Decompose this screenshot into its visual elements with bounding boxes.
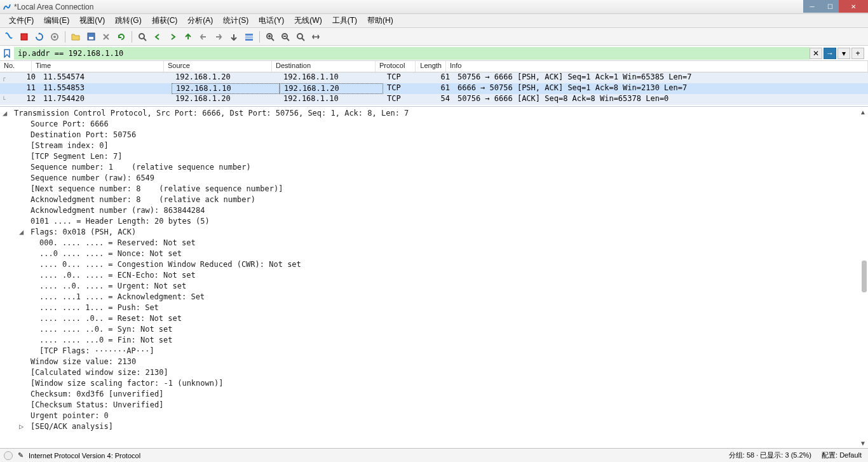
detail-flag-line[interactable]: .... 0... .... = Congestion Window Reduc… xyxy=(3,259,865,270)
column-source[interactable]: Source xyxy=(164,61,272,72)
menu-telephony[interactable]: 电话(Y) xyxy=(254,14,289,27)
detail-line[interactable]: Urgent pointer: 0 xyxy=(3,411,865,421)
detail-line[interactable]: Window size value: 2130 xyxy=(3,357,865,367)
detail-line[interactable]: Sequence number (raw): 6549 xyxy=(3,173,865,184)
menu-wireless[interactable]: 无线(W) xyxy=(289,14,327,27)
detail-line[interactable]: [TCP Segment Len: 7] xyxy=(3,151,865,162)
detail-line[interactable]: Sequence number: 1 (relative sequence nu… xyxy=(3,162,865,173)
save-file-icon[interactable] xyxy=(85,31,97,43)
column-destination[interactable]: Destination xyxy=(272,61,376,72)
close-file-icon[interactable] xyxy=(100,31,112,43)
detail-flag-line[interactable]: .... .... ..0. = Syn: Not set xyxy=(3,324,865,335)
cell-source: 192.168.1.20 xyxy=(172,72,280,83)
detail-line[interactable]: [Window size scaling factor: -1 (unknown… xyxy=(3,378,865,389)
colorize-icon[interactable] xyxy=(243,31,255,43)
cell-no: 10 xyxy=(8,72,39,83)
column-length[interactable]: Length xyxy=(416,61,446,72)
detail-line[interactable]: 0101 .... = Header Length: 20 bytes (5) xyxy=(3,216,865,227)
minimize-button[interactable]: ─ xyxy=(803,0,821,13)
detail-flag-line[interactable]: .... .... .0.. = Reset: Not set xyxy=(3,313,865,324)
maximize-button[interactable]: ☐ xyxy=(821,0,839,13)
stop-capture-icon[interactable] xyxy=(18,31,31,43)
scroll-down-icon[interactable]: ▼ xyxy=(859,439,867,447)
packet-row[interactable]: └ 12 11.754420 192.168.1.20 192.168.1.10… xyxy=(0,94,868,105)
menu-help[interactable]: 帮助(H) xyxy=(362,14,398,27)
detail-flag-line[interactable]: ...0 .... .... = Nonce: Not set xyxy=(3,248,865,259)
detail-line[interactable]: Source Port: 6666 xyxy=(3,119,865,130)
detail-tcp-header[interactable]: Transmission Control Protocol, Src Port:… xyxy=(3,108,865,119)
bookmark-icon[interactable] xyxy=(1,48,13,59)
go-forward-icon[interactable] xyxy=(166,31,179,43)
status-left-text: Internet Protocol Version 4: Protocol xyxy=(29,452,140,459)
zoom-out-icon[interactable] xyxy=(279,31,292,43)
packet-row[interactable]: ┌ 10 11.554574 192.168.1.20 192.168.1.10… xyxy=(0,72,868,83)
resize-columns-icon[interactable] xyxy=(309,31,322,43)
auto-scroll-icon[interactable] xyxy=(227,31,240,43)
zoom-in-icon[interactable] xyxy=(264,31,276,43)
detail-flag-line[interactable]: .... .... ...0 = Fin: Not set xyxy=(3,335,865,346)
column-no[interactable]: No. xyxy=(0,61,32,72)
detail-flag-line[interactable]: .... ...1 .... = Acknowledgment: Set xyxy=(3,292,865,302)
menu-view[interactable]: 视图(V) xyxy=(74,14,110,27)
restart-capture-icon[interactable] xyxy=(33,31,46,43)
detail-flag-line[interactable]: [TCP Flags: ·······AP···] xyxy=(3,346,865,357)
scrollbar-handle[interactable] xyxy=(862,261,867,292)
cell-destination: 192.168.1.10 xyxy=(280,94,383,105)
menu-tools[interactable]: 工具(T) xyxy=(327,14,362,27)
detail-flag-line[interactable]: .... .0.. .... = ECN-Echo: Not set xyxy=(3,270,865,281)
expert-info-icon[interactable] xyxy=(4,451,13,460)
menu-file[interactable]: 文件(F) xyxy=(4,14,39,27)
detail-flags[interactable]: Flags: 0x018 (PSH, ACK) xyxy=(3,227,865,238)
recent-filters-icon[interactable]: ▾ xyxy=(837,48,850,59)
detail-seqack[interactable]: [SEQ/ACK analysis] xyxy=(3,421,865,432)
display-filter-input[interactable] xyxy=(14,47,810,60)
zoom-reset-icon[interactable] xyxy=(294,31,307,43)
menu-analyze[interactable]: 分析(A) xyxy=(182,14,218,27)
menu-go[interactable]: 跳转(G) xyxy=(110,14,146,27)
detail-flag-line[interactable]: .... ..0. .... = Urgent: Not set xyxy=(3,281,865,292)
capture-options-icon[interactable] xyxy=(48,31,61,43)
cell-info: 50756 → 6666 [ACK] Seq=8 Ack=8 Win=65378… xyxy=(454,94,868,105)
menu-edit[interactable]: 编辑(E) xyxy=(39,14,74,27)
go-to-packet-icon[interactable] xyxy=(182,31,194,43)
menu-capture[interactable]: 捕获(C) xyxy=(147,14,183,27)
column-protocol[interactable]: Protocol xyxy=(376,61,416,72)
filter-bar: ✕ → ▾ + xyxy=(0,46,868,61)
packet-row[interactable]: 11 11.554853 192.168.1.10 192.168.1.20 T… xyxy=(0,83,868,94)
detail-flag-line[interactable]: .... .... 1... = Push: Set xyxy=(3,302,865,313)
open-file-icon[interactable] xyxy=(69,31,82,43)
edit-icon[interactable]: ✎ xyxy=(18,451,24,459)
detail-line[interactable]: [Checksum Status: Unverified] xyxy=(3,400,865,411)
svg-point-5 xyxy=(139,34,144,39)
find-icon[interactable] xyxy=(136,31,149,43)
detail-line[interactable]: Destination Port: 50756 xyxy=(3,130,865,140)
go-first-icon[interactable] xyxy=(197,31,210,43)
cell-protocol: TCP xyxy=(383,72,423,83)
add-filter-expression-icon[interactable]: + xyxy=(851,48,864,59)
cell-info: 50756 → 6666 [PSH, ACK] Seq=1 Ack=1 Win=… xyxy=(454,72,868,83)
go-last-icon[interactable] xyxy=(212,31,225,43)
detail-line[interactable]: Acknowledgment number (raw): 863844284 xyxy=(3,205,865,216)
cell-destination: 192.168.1.10 xyxy=(280,72,383,83)
detail-line[interactable]: Acknowledgment number: 8 (relative ack n… xyxy=(3,194,865,205)
clear-filter-icon[interactable]: ✕ xyxy=(810,48,822,59)
status-profile[interactable]: 配置: Default xyxy=(822,451,862,460)
menu-statistics[interactable]: 统计(S) xyxy=(218,14,254,27)
cell-destination: 192.168.1.20 xyxy=(280,83,383,94)
detail-line[interactable]: [Calculated window size: 2130] xyxy=(3,367,865,378)
detail-line[interactable]: [Stream index: 0] xyxy=(3,140,865,151)
go-back-icon[interactable] xyxy=(151,31,164,43)
packet-details[interactable]: Transmission Control Protocol, Src Port:… xyxy=(0,107,868,448)
cell-length: 54 xyxy=(423,94,454,105)
column-info[interactable]: Info xyxy=(446,61,868,72)
close-button[interactable]: ✕ xyxy=(839,0,868,13)
detail-line[interactable]: Checksum: 0xd3f6 [unverified] xyxy=(3,389,865,400)
cell-source: 192.168.1.10 xyxy=(172,83,280,94)
start-capture-icon[interactable] xyxy=(3,31,15,43)
scroll-up-icon[interactable]: ▲ xyxy=(859,108,867,116)
apply-filter-icon[interactable]: → xyxy=(824,48,836,59)
reload-icon[interactable] xyxy=(115,31,128,43)
detail-flag-line[interactable]: 000. .... .... = Reserved: Not set xyxy=(3,238,865,248)
detail-line[interactable]: [Next sequence number: 8 (relative seque… xyxy=(3,184,865,194)
column-time[interactable]: Time xyxy=(32,61,164,72)
